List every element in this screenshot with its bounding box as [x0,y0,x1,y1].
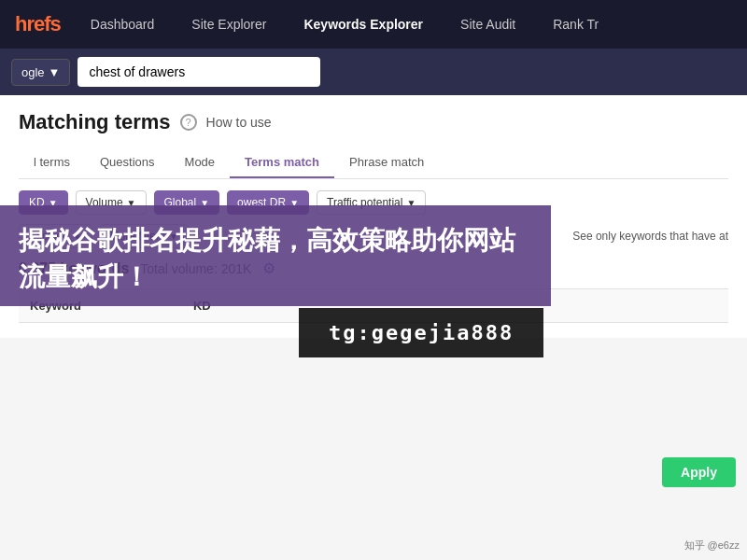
exclude-label: Exclude [29,230,69,243]
nav-site-audit[interactable]: Site Audit [453,13,523,35]
chevron-down-icon: ▼ [289,198,299,208]
tab-questions[interactable]: Questions [85,147,170,178]
chevron-down-icon: ▼ [49,198,58,208]
how-to-use-link[interactable]: How to use [206,115,272,130]
keyword-search-input[interactable] [78,57,320,87]
total-volume: Total volume: 201K [140,261,251,276]
watermark-text: 知乎 @e6zz [684,539,740,551]
lowest-dr-label: owest DR [237,196,286,209]
tab-mode[interactable]: Mode [170,147,231,178]
engine-label: ogle [21,65,45,79]
filter-more[interactable]: More filters ▼ [100,224,189,248]
more-filters-label: More filters [110,230,165,243]
col-keyword: Keyword [30,299,81,313]
chevron-down-icon: ▼ [49,65,61,79]
filter-kd[interactable]: KD ▼ [19,190,68,215]
apply-area: Apply [662,457,736,487]
keywords-count-row: 0,275 keywords Total volume: 201K ⚙ [19,259,728,277]
traffic-label: Traffic potential [327,196,402,209]
content-area: Matching terms ? How to use l terms Ques… [0,95,747,338]
chevron-down-icon: ▼ [127,198,136,208]
help-icon[interactable]: ? [180,114,197,131]
search-row: ogle ▼ [0,49,747,95]
filter-row-2: Exclude ▼ More filters ▼ See only keywor… [19,224,728,248]
global-label: Global [164,196,197,209]
tabs-row: l terms Questions Mode Terms match Phras… [19,147,728,179]
table-header: Keyword KD [19,288,728,323]
search-engine-dropdown[interactable]: ogle ▼ [11,59,70,86]
nav-keywords-explorer[interactable]: Keywords Explorer [296,13,430,35]
filter-global[interactable]: Global ▼ [154,190,220,215]
chevron-down-icon: ▼ [169,231,178,242]
section-header: Matching terms ? How to use [19,110,728,134]
nav-rank-tracker[interactable]: Rank Tr [545,13,606,35]
zhihu-watermark: 知乎 @e6zz [684,539,740,553]
brand-logo: hrefs [15,12,61,36]
nav-dashboard[interactable]: Dashboard [83,13,162,35]
settings-icon[interactable]: ⚙ [262,259,275,277]
col-kd: KD [193,299,211,313]
see-only-text: See only keywords that have at [572,230,728,243]
apply-button[interactable]: Apply [662,457,736,487]
tab-terms-match[interactable]: Terms match [230,147,334,178]
filter-lowest-dr[interactable]: owest DR ▼ [227,190,309,215]
tab-all-terms[interactable]: l terms [19,147,85,178]
chevron-down-icon: ▼ [406,198,416,208]
kd-label: KD [29,196,45,209]
top-nav: hrefs Dashboard Site Explorer Keywords E… [0,0,747,49]
tab-phrase-match[interactable]: Phrase match [334,147,439,178]
filter-exclude[interactable]: Exclude ▼ [19,224,92,248]
filter-row-1: KD ▼ Volume ▼ Global ▼ owest DR ▼ Traffi… [19,190,728,215]
filter-traffic-potential[interactable]: Traffic potential ▼ [317,190,426,215]
volume-label: Volume [86,196,123,209]
filter-volume[interactable]: Volume ▼ [76,190,147,215]
section-title: Matching terms [19,110,171,134]
nav-site-explorer[interactable]: Site Explorer [184,13,274,35]
keywords-count: 0,275 keywords [19,260,129,277]
chevron-down-icon: ▼ [200,198,209,208]
chevron-down-icon: ▼ [73,231,82,242]
